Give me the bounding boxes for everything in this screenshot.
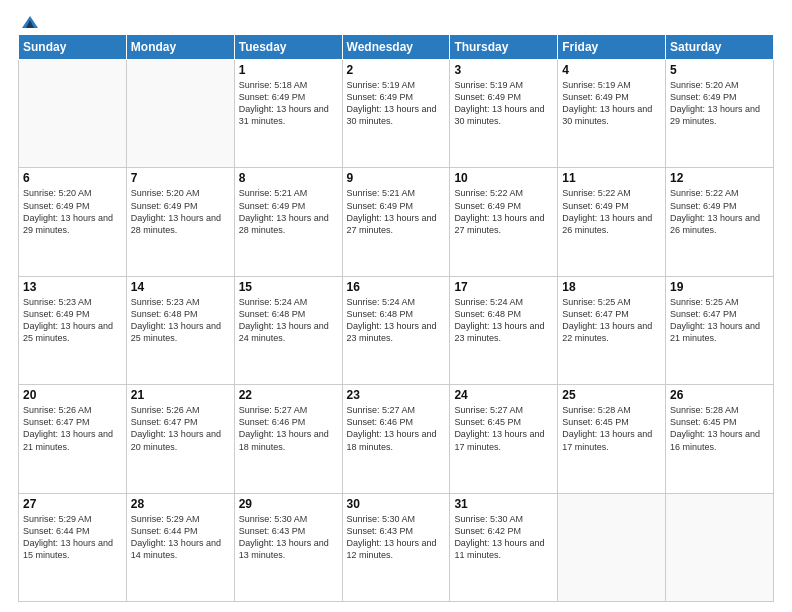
day-number: 6 bbox=[23, 171, 122, 185]
day-info: Sunrise: 5:29 AMSunset: 6:44 PMDaylight:… bbox=[131, 513, 230, 562]
day-number: 28 bbox=[131, 497, 230, 511]
calendar-cell: 1Sunrise: 5:18 AMSunset: 6:49 PMDaylight… bbox=[234, 60, 342, 168]
day-info: Sunrise: 5:27 AMSunset: 6:46 PMDaylight:… bbox=[239, 404, 338, 453]
calendar-cell: 13Sunrise: 5:23 AMSunset: 6:49 PMDayligh… bbox=[19, 276, 127, 384]
calendar-header-saturday: Saturday bbox=[666, 35, 774, 60]
day-number: 24 bbox=[454, 388, 553, 402]
calendar-cell bbox=[558, 493, 666, 601]
calendar-header-tuesday: Tuesday bbox=[234, 35, 342, 60]
day-number: 18 bbox=[562, 280, 661, 294]
day-info: Sunrise: 5:20 AMSunset: 6:49 PMDaylight:… bbox=[670, 79, 769, 128]
day-number: 30 bbox=[347, 497, 446, 511]
calendar-cell: 9Sunrise: 5:21 AMSunset: 6:49 PMDaylight… bbox=[342, 168, 450, 276]
day-number: 20 bbox=[23, 388, 122, 402]
calendar-cell: 24Sunrise: 5:27 AMSunset: 6:45 PMDayligh… bbox=[450, 385, 558, 493]
day-info: Sunrise: 5:26 AMSunset: 6:47 PMDaylight:… bbox=[131, 404, 230, 453]
day-number: 29 bbox=[239, 497, 338, 511]
day-info: Sunrise: 5:23 AMSunset: 6:48 PMDaylight:… bbox=[131, 296, 230, 345]
day-info: Sunrise: 5:22 AMSunset: 6:49 PMDaylight:… bbox=[454, 187, 553, 236]
day-number: 13 bbox=[23, 280, 122, 294]
day-number: 17 bbox=[454, 280, 553, 294]
calendar-header-wednesday: Wednesday bbox=[342, 35, 450, 60]
day-number: 26 bbox=[670, 388, 769, 402]
calendar-week-row-0: 1Sunrise: 5:18 AMSunset: 6:49 PMDaylight… bbox=[19, 60, 774, 168]
calendar-cell: 23Sunrise: 5:27 AMSunset: 6:46 PMDayligh… bbox=[342, 385, 450, 493]
calendar-table: SundayMondayTuesdayWednesdayThursdayFrid… bbox=[18, 34, 774, 602]
day-info: Sunrise: 5:27 AMSunset: 6:46 PMDaylight:… bbox=[347, 404, 446, 453]
logo bbox=[18, 18, 40, 26]
calendar-cell: 6Sunrise: 5:20 AMSunset: 6:49 PMDaylight… bbox=[19, 168, 127, 276]
day-number: 23 bbox=[347, 388, 446, 402]
calendar-cell: 21Sunrise: 5:26 AMSunset: 6:47 PMDayligh… bbox=[126, 385, 234, 493]
day-number: 9 bbox=[347, 171, 446, 185]
calendar-cell: 25Sunrise: 5:28 AMSunset: 6:45 PMDayligh… bbox=[558, 385, 666, 493]
day-number: 25 bbox=[562, 388, 661, 402]
day-info: Sunrise: 5:21 AMSunset: 6:49 PMDaylight:… bbox=[239, 187, 338, 236]
calendar-cell: 27Sunrise: 5:29 AMSunset: 6:44 PMDayligh… bbox=[19, 493, 127, 601]
day-number: 12 bbox=[670, 171, 769, 185]
calendar-week-row-1: 6Sunrise: 5:20 AMSunset: 6:49 PMDaylight… bbox=[19, 168, 774, 276]
day-number: 2 bbox=[347, 63, 446, 77]
calendar-cell bbox=[126, 60, 234, 168]
day-number: 11 bbox=[562, 171, 661, 185]
day-number: 1 bbox=[239, 63, 338, 77]
calendar-cell: 7Sunrise: 5:20 AMSunset: 6:49 PMDaylight… bbox=[126, 168, 234, 276]
day-info: Sunrise: 5:29 AMSunset: 6:44 PMDaylight:… bbox=[23, 513, 122, 562]
day-number: 22 bbox=[239, 388, 338, 402]
day-number: 4 bbox=[562, 63, 661, 77]
day-info: Sunrise: 5:19 AMSunset: 6:49 PMDaylight:… bbox=[562, 79, 661, 128]
calendar-week-row-4: 27Sunrise: 5:29 AMSunset: 6:44 PMDayligh… bbox=[19, 493, 774, 601]
calendar-cell: 17Sunrise: 5:24 AMSunset: 6:48 PMDayligh… bbox=[450, 276, 558, 384]
calendar-cell: 19Sunrise: 5:25 AMSunset: 6:47 PMDayligh… bbox=[666, 276, 774, 384]
day-number: 21 bbox=[131, 388, 230, 402]
calendar-cell: 5Sunrise: 5:20 AMSunset: 6:49 PMDaylight… bbox=[666, 60, 774, 168]
day-info: Sunrise: 5:30 AMSunset: 6:43 PMDaylight:… bbox=[239, 513, 338, 562]
day-number: 15 bbox=[239, 280, 338, 294]
calendar-header-friday: Friday bbox=[558, 35, 666, 60]
day-number: 8 bbox=[239, 171, 338, 185]
day-info: Sunrise: 5:22 AMSunset: 6:49 PMDaylight:… bbox=[670, 187, 769, 236]
day-number: 14 bbox=[131, 280, 230, 294]
logo-icon bbox=[20, 14, 40, 30]
day-info: Sunrise: 5:19 AMSunset: 6:49 PMDaylight:… bbox=[454, 79, 553, 128]
day-number: 7 bbox=[131, 171, 230, 185]
day-info: Sunrise: 5:25 AMSunset: 6:47 PMDaylight:… bbox=[670, 296, 769, 345]
calendar-week-row-2: 13Sunrise: 5:23 AMSunset: 6:49 PMDayligh… bbox=[19, 276, 774, 384]
page: SundayMondayTuesdayWednesdayThursdayFrid… bbox=[0, 0, 792, 612]
day-info: Sunrise: 5:18 AMSunset: 6:49 PMDaylight:… bbox=[239, 79, 338, 128]
day-info: Sunrise: 5:30 AMSunset: 6:43 PMDaylight:… bbox=[347, 513, 446, 562]
day-number: 3 bbox=[454, 63, 553, 77]
calendar-cell: 12Sunrise: 5:22 AMSunset: 6:49 PMDayligh… bbox=[666, 168, 774, 276]
calendar-cell: 28Sunrise: 5:29 AMSunset: 6:44 PMDayligh… bbox=[126, 493, 234, 601]
header bbox=[18, 18, 774, 26]
calendar-cell: 26Sunrise: 5:28 AMSunset: 6:45 PMDayligh… bbox=[666, 385, 774, 493]
day-info: Sunrise: 5:22 AMSunset: 6:49 PMDaylight:… bbox=[562, 187, 661, 236]
day-info: Sunrise: 5:24 AMSunset: 6:48 PMDaylight:… bbox=[347, 296, 446, 345]
calendar-cell: 30Sunrise: 5:30 AMSunset: 6:43 PMDayligh… bbox=[342, 493, 450, 601]
day-info: Sunrise: 5:23 AMSunset: 6:49 PMDaylight:… bbox=[23, 296, 122, 345]
day-info: Sunrise: 5:21 AMSunset: 6:49 PMDaylight:… bbox=[347, 187, 446, 236]
day-number: 16 bbox=[347, 280, 446, 294]
calendar-cell: 31Sunrise: 5:30 AMSunset: 6:42 PMDayligh… bbox=[450, 493, 558, 601]
day-info: Sunrise: 5:19 AMSunset: 6:49 PMDaylight:… bbox=[347, 79, 446, 128]
calendar-cell: 2Sunrise: 5:19 AMSunset: 6:49 PMDaylight… bbox=[342, 60, 450, 168]
calendar-cell: 11Sunrise: 5:22 AMSunset: 6:49 PMDayligh… bbox=[558, 168, 666, 276]
day-info: Sunrise: 5:27 AMSunset: 6:45 PMDaylight:… bbox=[454, 404, 553, 453]
day-info: Sunrise: 5:30 AMSunset: 6:42 PMDaylight:… bbox=[454, 513, 553, 562]
day-number: 31 bbox=[454, 497, 553, 511]
calendar-cell: 29Sunrise: 5:30 AMSunset: 6:43 PMDayligh… bbox=[234, 493, 342, 601]
calendar-cell: 10Sunrise: 5:22 AMSunset: 6:49 PMDayligh… bbox=[450, 168, 558, 276]
day-info: Sunrise: 5:20 AMSunset: 6:49 PMDaylight:… bbox=[131, 187, 230, 236]
day-info: Sunrise: 5:28 AMSunset: 6:45 PMDaylight:… bbox=[562, 404, 661, 453]
day-number: 27 bbox=[23, 497, 122, 511]
calendar-header-sunday: Sunday bbox=[19, 35, 127, 60]
day-number: 5 bbox=[670, 63, 769, 77]
calendar-cell: 15Sunrise: 5:24 AMSunset: 6:48 PMDayligh… bbox=[234, 276, 342, 384]
calendar-week-row-3: 20Sunrise: 5:26 AMSunset: 6:47 PMDayligh… bbox=[19, 385, 774, 493]
day-info: Sunrise: 5:26 AMSunset: 6:47 PMDaylight:… bbox=[23, 404, 122, 453]
day-info: Sunrise: 5:25 AMSunset: 6:47 PMDaylight:… bbox=[562, 296, 661, 345]
day-info: Sunrise: 5:20 AMSunset: 6:49 PMDaylight:… bbox=[23, 187, 122, 236]
calendar-cell: 22Sunrise: 5:27 AMSunset: 6:46 PMDayligh… bbox=[234, 385, 342, 493]
calendar-cell: 3Sunrise: 5:19 AMSunset: 6:49 PMDaylight… bbox=[450, 60, 558, 168]
calendar-cell: 8Sunrise: 5:21 AMSunset: 6:49 PMDaylight… bbox=[234, 168, 342, 276]
